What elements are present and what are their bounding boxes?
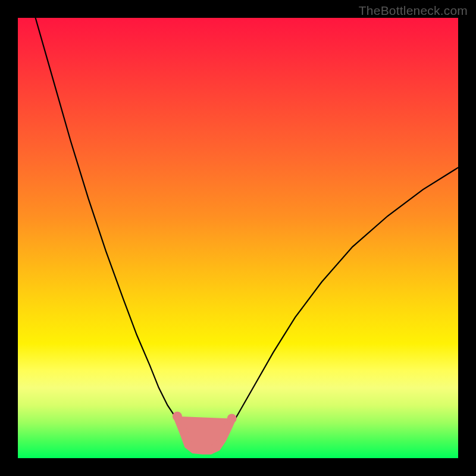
marker-worm	[177, 416, 232, 450]
curve-right	[216, 168, 458, 450]
plot-area	[18, 18, 458, 458]
curves-svg	[18, 18, 458, 458]
marker-group	[173, 412, 237, 450]
marker-dot-end-1	[227, 414, 237, 423]
curve-left	[36, 18, 194, 449]
watermark-text: TheBottleneck.com	[359, 4, 468, 18]
marker-dot-end-0	[173, 412, 182, 421]
chart-frame: TheBottleneck.com	[0, 0, 476, 476]
